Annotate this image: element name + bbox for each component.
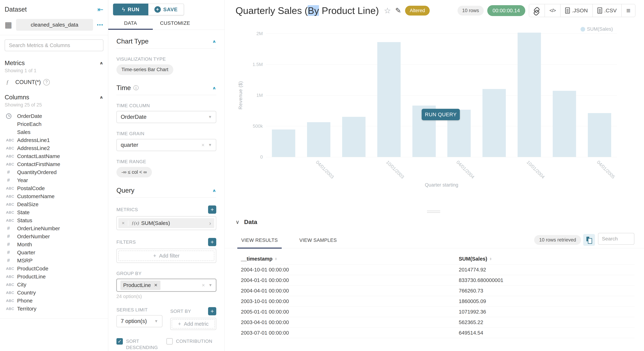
run-button[interactable]: ϟ RUN [113, 4, 148, 15]
chevron-up-icon[interactable]: ∧ [99, 95, 104, 100]
series-limit-select[interactable]: 7 option(s) ▼ [116, 315, 162, 327]
bar-2003-01-01[interactable] [272, 130, 295, 157]
column-list-item[interactable]: OrderDate [0, 112, 108, 120]
column-list-item[interactable]: ABCContactLastName [0, 152, 108, 160]
save-button[interactable]: + SAVE [148, 4, 184, 15]
table-row[interactable]: 2003-07-01 00:00:00649514.54 [241, 328, 635, 338]
results-search-input[interactable] [598, 233, 634, 245]
chevron-up-icon[interactable]: ∧ [99, 61, 104, 65]
table-row[interactable]: 2003-10-01 00:00:001860005.09 [241, 296, 635, 306]
favorite-star-icon[interactable]: ☆ [384, 6, 391, 15]
chevron-up-icon[interactable]: ∧ [212, 39, 216, 44]
column-list-item[interactable]: ABCTerritory [0, 305, 108, 313]
time-range-value[interactable]: -∞ ≤ col < ∞ [116, 167, 152, 178]
temporal-type-icon [6, 114, 17, 119]
chevron-right-icon[interactable]: › [206, 220, 214, 226]
add-metric-button[interactable]: + [208, 206, 216, 214]
gridline [266, 157, 617, 157]
column-list-item[interactable]: ABCDealSize [0, 200, 108, 208]
menu-button[interactable]: ≡ [621, 4, 635, 17]
help-icon[interactable]: ? [43, 79, 50, 86]
panel-resize-handle[interactable] [427, 211, 440, 214]
column-list-item[interactable]: ABCAddressLine1 [0, 136, 108, 144]
sort-icon[interactable]: ▲▼ [274, 257, 277, 260]
table-row[interactable]: 2004-04-01 00:00:00766260.73 [241, 285, 635, 296]
tab-data[interactable]: DATA [108, 20, 153, 30]
column-list-item[interactable]: ABCProductCode [0, 264, 108, 272]
column-list-item[interactable]: ABCPhone [0, 296, 108, 305]
remove-metric-icon[interactable]: × [118, 220, 128, 226]
clear-icon[interactable]: × [202, 142, 205, 148]
export-csv-button[interactable]: .CSV [592, 4, 621, 17]
column-list-item[interactable]: PriceEach [0, 120, 108, 128]
group-by-select[interactable]: ProductLine ✕ × ▼ [116, 279, 216, 292]
run-query-overlay-button[interactable]: RUN QUERY [422, 109, 460, 120]
dataset-options-icon[interactable]: ••• [97, 22, 104, 28]
add-metric-dropzone[interactable]: + Add metric [172, 319, 215, 328]
column-list-item[interactable]: #MSRP [0, 256, 108, 264]
dataset-name[interactable]: cleaned_sales_data [16, 19, 93, 31]
tab-customize[interactable]: CUSTOMIZE [153, 20, 197, 30]
time-grain-select[interactable]: quarter × ▼ [116, 139, 216, 151]
sort-icon[interactable]: ▲▼ [490, 257, 492, 260]
column-list-item[interactable]: ABCContactFirstName [0, 160, 108, 168]
column-header-timestamp[interactable]: __timestamp ▲▼ [241, 256, 459, 262]
column-list-item[interactable]: #OrderNumber [0, 232, 108, 240]
bar-2005-01-01[interactable] [553, 91, 576, 157]
hamburger-icon: ≡ [626, 6, 630, 14]
table-row[interactable]: 2004-01-01 00:00:00833730.680000001 [241, 275, 635, 285]
bar-2003-07-01[interactable] [342, 117, 366, 157]
column-list-item[interactable]: ABCAddressLine2 [0, 144, 108, 152]
tab-view-results[interactable]: VIEW RESULTS [241, 238, 278, 243]
column-list-item[interactable]: ABCProductLine [0, 272, 108, 280]
column-list-item[interactable]: #Year [0, 176, 108, 184]
clear-icon[interactable]: × [202, 282, 205, 288]
metric-chip[interactable]: × ƒ(x) SUM(Sales) › [118, 218, 214, 228]
add-filter-dropzone[interactable]: + Add filter [118, 250, 214, 261]
metric-list-item[interactable]: ƒ COUNT(*) ? [6, 79, 104, 86]
bar-2003-04-01[interactable] [307, 122, 330, 157]
tab-view-samples[interactable]: VIEW SAMPLES [299, 238, 337, 243]
column-list-item[interactable]: ABCCountry [0, 288, 108, 296]
bar-2004-10-01[interactable] [518, 33, 541, 157]
column-list-item[interactable]: ABCState [0, 208, 108, 216]
chart-legend[interactable]: SUM(Sales) [580, 26, 613, 32]
column-list-item[interactable]: #OrderLineNumber [0, 224, 108, 232]
view-query-button[interactable]: </> [544, 4, 560, 17]
export-json-button[interactable]: .JSON [560, 4, 592, 17]
time-column-select[interactable]: OrderDate ▼ [116, 111, 216, 123]
table-row[interactable]: 2003-04-01 00:00:00562365.22 [241, 317, 635, 328]
column-name: Territory [17, 306, 36, 312]
chart-title[interactable]: Quarterly Sales (By Product Line) [236, 5, 379, 16]
column-list-item[interactable]: ABCStatus [0, 216, 108, 224]
sort-by-label: SORT BY [170, 308, 191, 314]
copy-link-button[interactable] [529, 4, 544, 17]
chevron-up-icon[interactable]: ∧ [212, 188, 216, 193]
copy-data-button[interactable] [583, 234, 595, 246]
collapse-panel-icon[interactable]: ⇤ [97, 5, 104, 14]
column-list-item[interactable]: #QuantityOrdered [0, 168, 108, 176]
column-list-item[interactable]: ABCPostalCode [0, 184, 108, 192]
column-list-item[interactable]: Sales [0, 128, 108, 136]
remove-tag-icon[interactable]: ✕ [154, 283, 158, 288]
table-row[interactable]: 2004-10-01 00:00:002014774.92 [241, 264, 635, 275]
search-metrics-columns-input[interactable] [5, 40, 104, 51]
chevron-down-icon[interactable]: ∨ [236, 219, 240, 225]
chevron-up-icon[interactable]: ∧ [212, 86, 216, 90]
viz-type-value[interactable]: Time-series Bar Chart [116, 64, 173, 75]
table-row[interactable]: 2005-01-01 00:00:001071992.36 [241, 306, 635, 317]
bar-2005-04-01[interactable] [588, 113, 611, 157]
add-filter-button[interactable]: + [208, 238, 216, 246]
contribution-checkbox[interactable] [166, 338, 173, 344]
column-header-metric[interactable]: SUM(Sales) ▲▼ [459, 256, 492, 262]
column-list-item[interactable]: ABCCustomerName [0, 192, 108, 200]
bar-2004-07-01[interactable] [482, 89, 506, 157]
bar-2003-10-01[interactable] [377, 42, 401, 157]
column-list-item[interactable]: #Month [0, 240, 108, 248]
column-list-item[interactable]: #Quarter [0, 248, 108, 256]
info-icon[interactable]: ⓘ [133, 84, 139, 92]
edit-title-icon[interactable]: ✎ [395, 6, 401, 14]
column-list-item[interactable]: ABCCity [0, 280, 108, 288]
add-sort-metric-button[interactable]: + [208, 307, 216, 315]
sort-descending-checkbox[interactable]: ✓ [116, 338, 123, 344]
